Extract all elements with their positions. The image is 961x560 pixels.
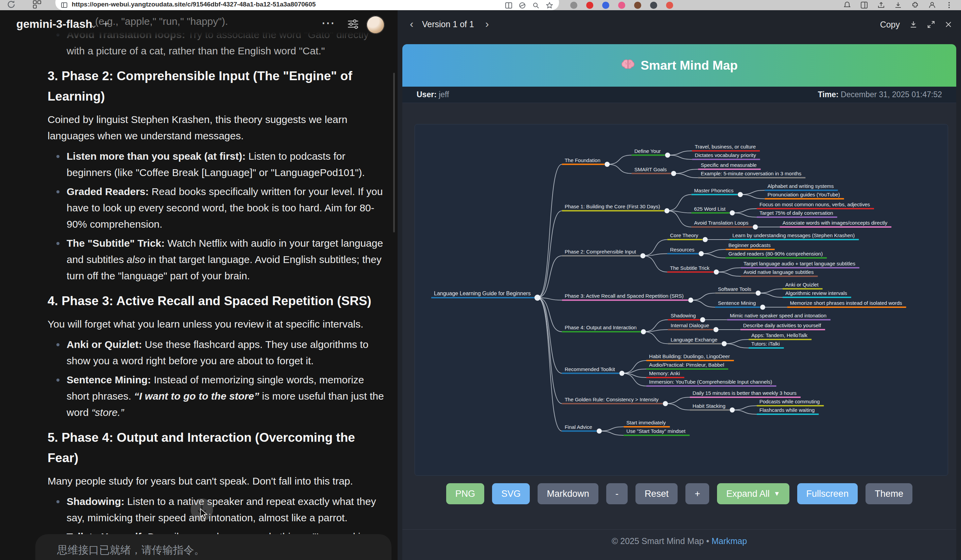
png-export-button[interactable]: PNG xyxy=(446,483,485,504)
mindmap-node-dot[interactable] xyxy=(756,290,761,296)
mindmap-node-label[interactable]: Memorize short phrases instead of isolat… xyxy=(790,300,902,306)
mindmap-node-label[interactable]: Target 75% of daily conversation xyxy=(760,210,833,216)
extension-icon[interactable] xyxy=(570,2,577,9)
mindmap-node-dot[interactable] xyxy=(604,162,610,167)
mindmap-node-label[interactable]: Internal Dialogue xyxy=(670,323,709,328)
mindmap-node-dot[interactable] xyxy=(664,208,669,213)
mindmap-node-label[interactable]: Habit Stacking xyxy=(693,403,725,409)
extension-icon[interactable] xyxy=(634,2,641,9)
site-settings-icon[interactable] xyxy=(61,2,67,8)
mindmap-node-label[interactable]: Memory: Anki xyxy=(649,371,680,376)
zoom-in-button[interactable]: + xyxy=(685,483,709,504)
chat-scrollbar[interactable] xyxy=(393,73,395,233)
mindmap-node-dot[interactable] xyxy=(730,210,735,215)
mindmap-node-label[interactable]: Avoid native language subtitles xyxy=(744,269,814,275)
mindmap-node-label[interactable]: Podcasts while commuting xyxy=(760,399,820,404)
mindmap-node-dot[interactable] xyxy=(753,225,758,230)
reload-icon[interactable] xyxy=(7,0,16,9)
mindmap-node-label[interactable]: Pronunciation guides (YouTube) xyxy=(767,192,840,197)
mindmap-node-dot[interactable] xyxy=(641,329,646,334)
mindmap-node-label[interactable]: Final Advice xyxy=(565,424,592,430)
mindmap-node-label[interactable]: Mimic native speaker speed and intonatio… xyxy=(730,313,826,318)
mindmap-node-dot[interactable] xyxy=(738,192,743,197)
mindmap-node-dot[interactable] xyxy=(703,237,708,242)
mindmap-node-label[interactable]: Language Learning Guide for Beginners xyxy=(434,290,531,296)
mindmap-node-dot[interactable] xyxy=(640,253,645,258)
tab-groups-icon[interactable] xyxy=(33,0,42,9)
downloads-icon[interactable] xyxy=(894,2,902,9)
avatar[interactable] xyxy=(366,16,385,34)
mindmap-node-dot[interactable] xyxy=(597,428,602,433)
copy-button[interactable]: Copy xyxy=(880,20,900,30)
extension-icon[interactable] xyxy=(666,2,673,9)
extension-icon[interactable] xyxy=(602,2,609,9)
mindmap-node-label[interactable]: 625 Word List xyxy=(694,206,726,212)
mindmap-node-label[interactable]: Shadowing xyxy=(670,313,696,318)
mindmap-node-dot[interactable] xyxy=(713,327,718,332)
mindmap-node-dot[interactable] xyxy=(722,341,727,346)
mindmap-node-label[interactable]: Tutors: iTalki xyxy=(751,341,780,347)
mindmap-canvas[interactable]: Language Learning Guide for BeginnersThe… xyxy=(415,124,948,476)
reset-button[interactable]: Reset xyxy=(635,483,678,504)
share-icon[interactable] xyxy=(877,2,885,9)
mindmap-node-label[interactable]: Apps: Tandem, HelloTalk xyxy=(751,332,807,338)
more-options-icon[interactable]: ⋯ xyxy=(321,15,336,30)
mindmap-node-label[interactable]: Define Your xyxy=(635,148,661,154)
mindmap-node-label[interactable]: Core Theory xyxy=(670,233,699,238)
mindmap-node-dot[interactable] xyxy=(760,305,765,310)
mindmap-node-label[interactable]: Example: 5-minute conversation in 3 mont… xyxy=(701,170,801,177)
mindmap-node-label[interactable]: Recommended Toolkit xyxy=(565,366,615,372)
fullscreen-button[interactable]: Fullscreen xyxy=(797,483,858,504)
chat-input[interactable]: 思维接口已就绪，请传输指令。 xyxy=(35,534,392,560)
mindmap-node-label[interactable]: Associate words with images/concepts dir… xyxy=(783,220,888,226)
mindmap-node-dot[interactable] xyxy=(688,298,693,303)
mindmap-node-dot[interactable] xyxy=(714,270,719,274)
mindmap-node-label[interactable]: Immersion: YouTube (Comprehensible Input… xyxy=(649,379,772,385)
maximize-icon[interactable] xyxy=(927,20,935,29)
chevron-down-icon[interactable]: ⌄ xyxy=(90,19,98,30)
mindmap-node-dot[interactable] xyxy=(700,318,705,323)
markmap-link[interactable]: Markmap xyxy=(712,536,747,546)
mindmap-node-dot[interactable] xyxy=(665,152,670,158)
mindmap-node-label[interactable]: SMART Goals xyxy=(635,167,667,172)
notifications-icon[interactable] xyxy=(844,2,851,9)
mindmap-node-dot[interactable] xyxy=(730,408,735,412)
mindmap-node-label[interactable]: Learn by understanding messages (Stephen… xyxy=(732,233,855,238)
panels-icon[interactable] xyxy=(860,2,868,9)
mindmap-node-label[interactable]: Resources xyxy=(670,247,694,252)
markdown-export-button[interactable]: Markdown xyxy=(538,483,598,504)
search-icon[interactable] xyxy=(532,2,539,9)
extension-icon[interactable] xyxy=(586,2,593,9)
mindmap-node-label[interactable]: Phase 2: Comprehensible Input xyxy=(565,249,636,255)
new-chat-icon[interactable]: + xyxy=(103,18,109,30)
extensions-puzzle-icon[interactable] xyxy=(911,2,919,9)
mindmap-node-label[interactable]: Anki or Quizlet xyxy=(785,282,819,287)
profile-icon[interactable] xyxy=(928,2,936,9)
next-version-icon[interactable]: › xyxy=(485,18,489,30)
expand-all-button[interactable]: Expand All▼ xyxy=(717,483,789,504)
mindmap-node-label[interactable]: Use "Start Today" mindset xyxy=(626,428,686,434)
menu-icon[interactable] xyxy=(945,2,953,9)
mindmap-node-label[interactable]: Sentence Mining xyxy=(718,300,756,306)
model-selector[interactable]: gemini-3-flash xyxy=(16,18,92,30)
mindmap-node-dot[interactable] xyxy=(699,251,704,256)
mindmap-node-label[interactable]: Avoid Translation Loops xyxy=(694,220,749,226)
mindmap-node-label[interactable]: Graded readers (80-90% comprehension) xyxy=(728,251,823,257)
split-view-icon[interactable] xyxy=(505,2,512,9)
mindmap-node-label[interactable]: Audio/Practical: Pimsleur, Babbel xyxy=(649,362,724,367)
mindmap-node-label[interactable]: Habit Building: Duolingo, LingoDeer xyxy=(649,353,730,359)
address-bar[interactable]: https://open-webui.yangtzoudata.site/c/9… xyxy=(55,0,559,10)
mindmap-node-label[interactable]: Describe daily activities to yourself xyxy=(743,323,821,328)
mindmap-node-label[interactable]: Alphabet and writing systems xyxy=(767,183,834,189)
close-icon[interactable] xyxy=(945,21,952,28)
svg-export-button[interactable]: SVG xyxy=(492,483,530,504)
mindmap-node-label[interactable]: Start immediately xyxy=(626,420,666,425)
extension-icon[interactable] xyxy=(650,2,657,9)
mindmap-node-label[interactable]: The Subtitle Trick xyxy=(670,265,710,271)
bookmark-star-icon[interactable] xyxy=(546,2,553,9)
mindmap-node-dot[interactable] xyxy=(663,401,668,406)
translate-icon[interactable] xyxy=(519,2,526,9)
previous-version-icon[interactable]: ‹ xyxy=(410,18,413,30)
mindmap-node-label[interactable]: Dictates vocabulary priority xyxy=(695,152,757,158)
mindmap-node-label[interactable]: Software Tools xyxy=(718,286,751,292)
